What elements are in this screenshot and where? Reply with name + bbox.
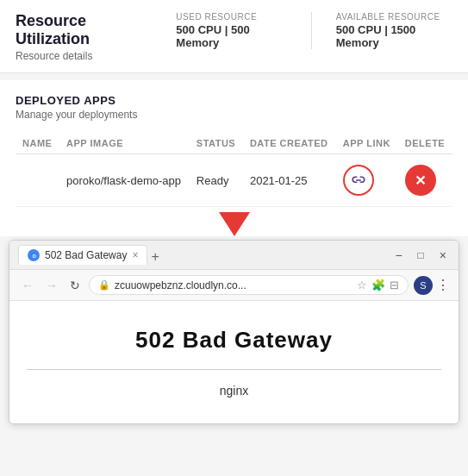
table-body: poroko/flask-demo-app Ready 2021-01-25: [16, 154, 452, 207]
address-bar[interactable]: 🔒 zcuuowpebznz.cloudlyn.co... ☆ 🧩 ⊟: [89, 275, 409, 295]
svg-text:⊙: ⊙: [32, 254, 36, 259]
menu-icon[interactable]: ⋮: [436, 277, 450, 293]
col-name: NAME: [16, 133, 59, 154]
down-arrow-icon: [219, 212, 250, 236]
resource-title-block: Resource Utilization Resource details: [16, 12, 155, 62]
cell-status: Ready: [190, 154, 243, 207]
used-resource-block: USED RESOURCE 500 CPU | 500 Memory: [176, 12, 287, 49]
maximize-button[interactable]: □: [415, 247, 427, 263]
page-title: Resource Utilization: [16, 12, 155, 48]
cell-delete: ✕: [398, 154, 452, 207]
browser-controls: ← → ↻ 🔒 zcuuowpebznz.cloudlyn.co... ☆ 🧩 …: [9, 270, 459, 301]
col-delete: DELETE: [398, 133, 452, 154]
browser-top-bar: ⊙ 502 Bad Gateway × + − □ ×: [9, 241, 459, 270]
available-resource-block: AVAILABLE RESOURCE 500 CPU | 1500 Memory: [336, 12, 452, 49]
browser-tab[interactable]: ⊙ 502 Bad Gateway ×: [18, 245, 147, 265]
col-app-image: APP IMAGE: [59, 133, 190, 154]
resource-header: Resource Utilization Resource details US…: [16, 12, 452, 62]
resource-stats: USED RESOURCE 500 CPU | 500 Memory AVAIL…: [176, 12, 452, 49]
close-icon: ✕: [415, 172, 426, 189]
table-header: NAME APP IMAGE STATUS DATE CREATED APP L…: [16, 133, 452, 154]
lock-icon: 🔒: [98, 279, 110, 291]
error-heading: 502 Bad Gateway: [135, 327, 333, 354]
stat-divider: [311, 12, 312, 49]
browser-window: ⊙ 502 Bad Gateway × + − □ × ← → ↻ 🔒 zcuu…: [9, 240, 459, 424]
puzzle-icon[interactable]: 🧩: [371, 279, 385, 291]
resource-subtitle: Resource details: [16, 50, 155, 62]
col-app-link: APP LINK: [336, 133, 398, 154]
browser-action-icons: S ⋮: [414, 276, 450, 295]
deployed-apps-section: DEPLOYED APPS Manage your deployments NA…: [0, 80, 468, 207]
window-controls: − □ ×: [391, 247, 450, 264]
cell-date-created: 2021-01-25: [243, 154, 336, 207]
minimize-button[interactable]: −: [391, 247, 405, 264]
back-button[interactable]: ←: [18, 277, 37, 294]
delete-button[interactable]: ✕: [405, 165, 436, 196]
apps-table: NAME APP IMAGE STATUS DATE CREATED APP L…: [16, 133, 452, 207]
browser-tabs: ⊙ 502 Bad Gateway × +: [18, 245, 391, 265]
top-section: Resource Utilization Resource details US…: [0, 0, 468, 73]
forward-button[interactable]: →: [42, 277, 61, 294]
available-resource-value: 500 CPU | 1500 Memory: [336, 23, 452, 49]
profile-icon[interactable]: S: [414, 276, 433, 295]
new-tab-button[interactable]: +: [147, 249, 162, 265]
col-date-created: DATE CREATED: [243, 133, 336, 154]
error-divider: [27, 369, 441, 370]
cell-app-link: [336, 154, 398, 207]
used-resource-value: 500 CPU | 500 Memory: [176, 23, 287, 49]
app-link-button[interactable]: [343, 165, 374, 196]
close-window-button[interactable]: ×: [436, 247, 450, 264]
address-text: zcuuowpebznz.cloudlyn.co...: [115, 279, 353, 291]
tab-favicon: ⊙: [28, 249, 40, 261]
deployed-apps-title: DEPLOYED APPS: [16, 94, 452, 107]
arrow-container: [0, 207, 468, 236]
bookmark-icon[interactable]: ☆: [357, 279, 367, 291]
tab-title: 502 Bad Gateway: [45, 249, 127, 261]
cell-name: [16, 154, 59, 207]
col-status: STATUS: [190, 133, 243, 154]
table-row: poroko/flask-demo-app Ready 2021-01-25: [16, 154, 452, 207]
tab-close-button[interactable]: ×: [132, 249, 138, 261]
cell-app-image: poroko/flask-demo-app: [59, 154, 190, 207]
refresh-button[interactable]: ↻: [66, 277, 84, 294]
available-resource-label: AVAILABLE RESOURCE: [336, 12, 440, 22]
error-server: nginx: [220, 384, 248, 398]
extensions-icon[interactable]: ⊟: [390, 279, 399, 291]
used-resource-label: USED RESOURCE: [176, 12, 257, 22]
browser-content: 502 Bad Gateway nginx: [9, 301, 459, 423]
deployed-apps-subtitle: Manage your deployments: [16, 109, 452, 121]
